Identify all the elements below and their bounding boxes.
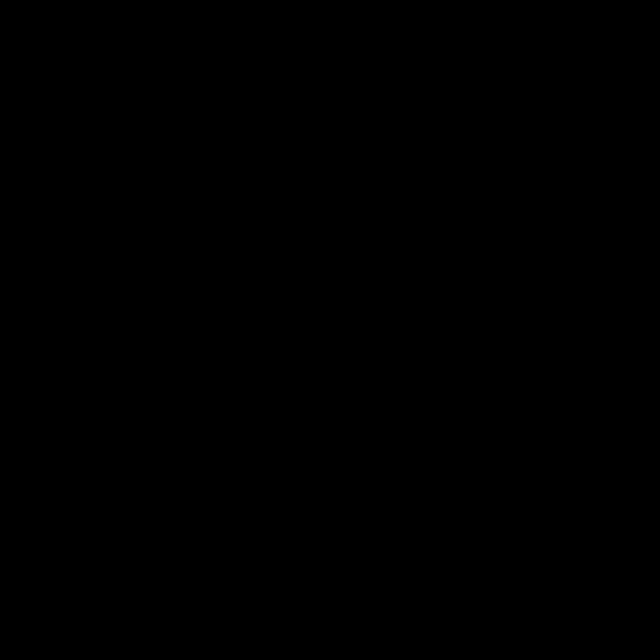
chart-frame bbox=[0, 0, 644, 644]
plot-area bbox=[24, 24, 620, 620]
gradient-plot bbox=[24, 24, 620, 620]
gradient-background bbox=[24, 24, 620, 620]
